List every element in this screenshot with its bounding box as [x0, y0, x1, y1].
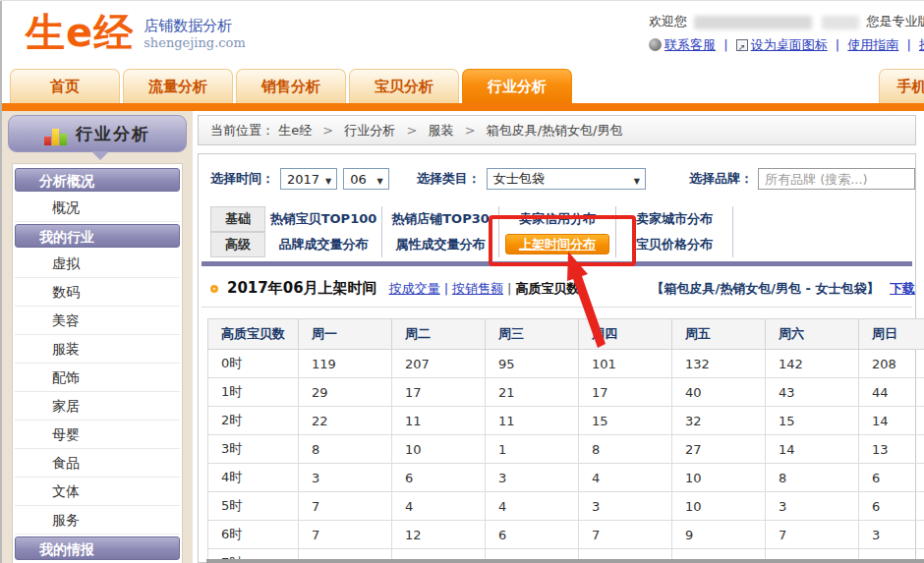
menu-item-hot-shops-top30[interactable]: 热销店铺TOP30 [382, 206, 499, 232]
table-cell: 22 [299, 407, 392, 435]
menu-item-hot-items-top100[interactable]: 热销宝贝TOP100 [265, 206, 382, 232]
year-select[interactable]: 2017 [280, 168, 337, 190]
separator: | [723, 37, 727, 52]
table-header-cell: 高质宝贝数 [208, 319, 299, 350]
table-cell: 40 [672, 378, 766, 407]
menu-row-advanced: 高级 品牌成交量分布 属性成交量分布 上架时间分布 宝贝价格分布 [210, 232, 734, 257]
sidebar: 行业分析 分析概况 概况 我的行业 虚拟 数码 美容 服装 配饰 家居 母婴 食… [2, 111, 193, 563]
menu-item-attribute-volume[interactable]: 属性成交量分布 [382, 232, 499, 257]
censored-username [694, 16, 812, 29]
tab-sales-analysis[interactable]: 销售分析 [236, 69, 346, 103]
logo-wordmark: 生e经 [26, 12, 134, 53]
row-label: 1时 [208, 378, 299, 407]
sidebar-section-my-intel[interactable]: 我的情报 [15, 536, 180, 560]
app-logo[interactable]: 生e经 店铺数据分析 shengejing.com [26, 12, 246, 53]
menu-item-price-distribution[interactable]: 宝贝价格分布 [616, 232, 733, 257]
month-value: 06 [350, 172, 367, 187]
sidebar-item-food[interactable]: 食品 [15, 449, 180, 478]
table-cell: 3 [486, 464, 579, 492]
breadcrumb-separator: > [322, 123, 333, 138]
table-cell: 6 [392, 464, 486, 492]
sidebar-title: 行业分析 [76, 123, 150, 145]
welcome-prefix: 欢迎您 [649, 14, 687, 28]
table-cell: 11 [486, 407, 579, 435]
breadcrumb-home[interactable]: 生e经 [278, 123, 312, 138]
table-cell: 10 [392, 435, 486, 464]
tab-industry-analysis[interactable]: 行业分析 [462, 69, 572, 103]
chevron-down-icon [319, 172, 331, 187]
logo-subtitle: 店铺数据分析 [144, 17, 246, 35]
row-label: 5时 [208, 492, 299, 521]
table-cell: 15 [579, 407, 672, 435]
welcome-bar: 欢迎您 您是专业版用户 [649, 12, 924, 31]
clipped-next-row-strip [206, 559, 924, 563]
listing-time-active-button[interactable]: 上架时间分布 [505, 234, 609, 254]
table-cell: 3 [766, 492, 859, 521]
logo-subtitle-block: 店铺数据分析 shengejing.com [144, 12, 246, 50]
by-volume-link[interactable]: 按成交量 [389, 280, 440, 298]
sidebar-section-my-industry[interactable]: 我的行业 [15, 224, 180, 248]
row-label: 0时 [208, 350, 299, 378]
table-cell: 119 [299, 350, 392, 378]
menu-item-seller-city[interactable]: 卖家城市分布 [616, 206, 733, 232]
sidebar-item-virtual[interactable]: 虚拟 [15, 250, 180, 278]
table-cell: 11 [392, 407, 486, 435]
sidebar-item-apparel[interactable]: 服装 [15, 335, 180, 364]
sidebar-section-overview[interactable]: 分析概况 [15, 168, 180, 192]
filter-bar: 选择时间： 2017 06 选择类目： 女士包袋 选择品牌： [199, 154, 915, 194]
breadcrumb-label: 当前位置： [210, 123, 274, 138]
category-select[interactable]: 女士包袋 [487, 168, 646, 190]
tab-home[interactable]: 首页 [10, 69, 120, 103]
subaccount-link[interactable]: 授权子账号 [919, 37, 924, 52]
menu-item-brand-volume[interactable]: 品牌成交量分布 [265, 232, 382, 257]
table-cell: 6 [859, 464, 924, 492]
month-select[interactable]: 06 [343, 168, 388, 190]
welcome-suffix: 您是专业版用户 [866, 14, 924, 28]
table-cell: 7 [299, 521, 392, 549]
main-nav: 首页 流量分析 销售分析 宝贝分析 行业分析 手机淘宝版 [10, 69, 924, 103]
sidebar-item-overview[interactable]: 概况 [15, 194, 180, 222]
table-cell: 3 [299, 464, 392, 492]
set-desktop-link[interactable]: 设为桌面图标 [751, 37, 828, 52]
menu-item-listing-time[interactable]: 上架时间分布 [499, 232, 616, 257]
table-cell: 95 [486, 350, 579, 378]
current-metric: 高质宝贝数 [515, 280, 579, 298]
table-cell: 17 [392, 378, 486, 407]
guide-link[interactable]: 使用指南 [847, 37, 898, 52]
table-cell: 142 [766, 350, 859, 378]
table-cell: 12 [392, 521, 486, 549]
sidebar-item-home[interactable]: 家居 [15, 392, 180, 421]
table-cell: 207 [392, 350, 486, 378]
sidebar-item-culture-sports[interactable]: 文体 [15, 478, 180, 506]
table-cell: 208 [859, 350, 924, 378]
brand-search-input[interactable] [758, 168, 915, 190]
sidebar-item-accessories[interactable]: 配饰 [15, 364, 180, 392]
table-cell: 4 [392, 492, 486, 521]
separator: | [444, 281, 448, 296]
table-cell: 44 [859, 378, 924, 407]
table-cell: 7 [579, 521, 672, 549]
menu-item-seller-credit[interactable]: 卖家信用分布 [499, 206, 616, 232]
tab-item-analysis[interactable]: 宝贝分析 [349, 69, 459, 103]
table-cell: 10 [672, 464, 766, 492]
breadcrumb-apparel[interactable]: 服装 [429, 123, 454, 138]
content-panel: 选择时间： 2017 06 选择类目： 女士包袋 选择品牌： 基础 热销宝贝TO… [198, 153, 916, 563]
table-cell: 132 [672, 350, 766, 378]
tab-traffic-analysis[interactable]: 流量分析 [123, 69, 233, 103]
separator: | [906, 37, 910, 52]
sidebar-item-digital[interactable]: 数码 [15, 278, 180, 307]
tab-mobile-taobao[interactable]: 手机淘宝版 [879, 69, 924, 103]
table-header-cell: 周日 [859, 319, 924, 350]
by-sales-link[interactable]: 按销售额 [452, 280, 503, 298]
breadcrumb-industry[interactable]: 行业分析 [344, 123, 395, 138]
contact-service-link[interactable]: 联系客服 [664, 37, 716, 52]
sidebar-item-services[interactable]: 服务 [15, 506, 180, 535]
table-cell: 14 [766, 435, 859, 464]
sidebar-item-mother-baby[interactable]: 母婴 [15, 421, 180, 449]
brand-filter-label: 选择品牌： [689, 170, 753, 188]
sidebar-item-beauty[interactable]: 美容 [15, 307, 180, 335]
sidebar-menu: 分析概况 概况 我的行业 虚拟 数码 美容 服装 配饰 家居 母婴 食品 文体 … [12, 163, 183, 563]
download-link[interactable]: 下载 [890, 281, 915, 296]
table-cell: 32 [672, 407, 766, 435]
breadcrumb-separator: > [406, 123, 417, 138]
